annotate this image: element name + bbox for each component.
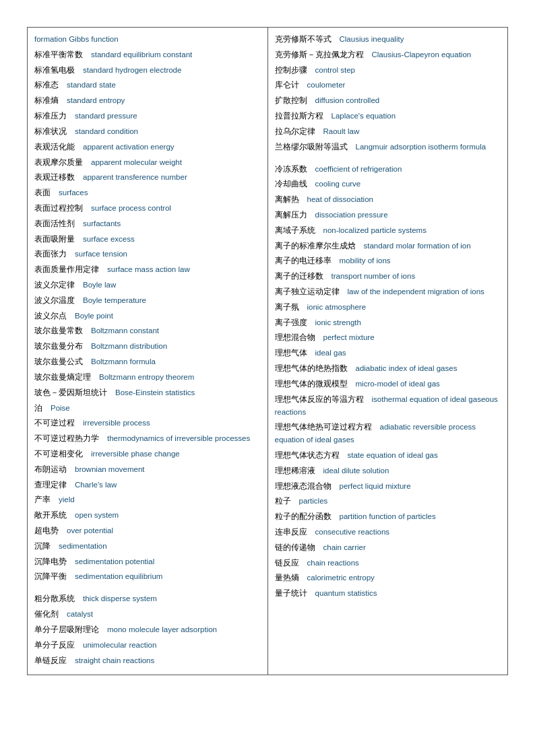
list-item: 催化剂 catalyst (34, 608, 261, 621)
list-item: 理想气体反应的等温方程 isothermal equation of ideal… (275, 393, 501, 419)
list-item: 量子统计 quantum statistics (275, 587, 501, 600)
term-english: catalyst (67, 610, 93, 618)
term-chinese: 泊 (34, 403, 51, 413)
term-english: straight chain reactions (75, 656, 154, 664)
list-item: 理想气体状态方程 state equation of ideal gas (275, 449, 501, 462)
list-item: 布朗运动 brownian movement (34, 463, 261, 476)
list-item: 表观迁移数 apparent transference number (34, 171, 261, 184)
term-chinese: 表观活化能 (34, 142, 83, 151)
list-item: 控制步骤 control step (275, 64, 501, 77)
term-chinese: 波义尔点 (34, 311, 75, 320)
term-chinese: 理想气体 (275, 348, 315, 357)
list-item: 标准氢电极 standard hydrogen electrode (34, 64, 261, 77)
term-english: Boltzmann constant (91, 327, 159, 335)
term-chinese: 链反应 (275, 558, 307, 568)
term-chinese: 标准状况 (34, 127, 75, 136)
term-chinese: 离解压力 (275, 210, 315, 219)
term-english: mobility of ions (340, 256, 391, 265)
term-english: standard molar formation of ion (364, 242, 471, 250)
term-chinese: 标准平衡常数 (34, 50, 91, 59)
term-chinese: 单分子层吸附理论 (34, 625, 107, 634)
list-item: 沉降电势 sedimentation potential (34, 555, 261, 568)
term-english: law of the independent migration of ions (348, 287, 484, 296)
term-english: Bose-Einstein statistics (115, 388, 195, 397)
list-item: 离解压力 dissociation pressure (275, 209, 501, 221)
term-chinese: 冷冻系数 (275, 164, 315, 174)
divider (34, 586, 261, 592)
term-chinese: 粒子 (275, 496, 299, 506)
term-english: standard hydrogen electrode (83, 66, 181, 74)
term-english: perfect mixture (323, 333, 375, 341)
term-english: thick disperse system (83, 594, 157, 603)
list-item: 玻尔兹曼分布 Boltzmann distribution (34, 340, 261, 353)
list-item: 沉降平衡 sedimentation equilibrium (34, 570, 261, 583)
term-english: ionic strength (315, 318, 361, 327)
term-chinese: 不可逆过程热力学 (34, 434, 107, 443)
term-english: Charle's law (75, 481, 117, 489)
term-english: sedimentation (59, 542, 107, 550)
list-item: 离子强度 ionic strength (275, 316, 501, 329)
term-chinese: 离域子系统 (275, 226, 323, 235)
term-english: Laplace's equation (332, 112, 396, 120)
term-chinese: 单链反应 (34, 656, 75, 665)
term-chinese: 理想气体的微观模型 (275, 379, 356, 388)
term-english: perfect liquid mixture (340, 482, 411, 490)
list-item: 粒子的配分函数 partition function of particles (275, 510, 501, 523)
term-english: standard entropy (67, 96, 125, 104)
term-english: ionic atmosphere (307, 303, 367, 311)
term-chinese: 离子的迁移数 (275, 271, 332, 281)
list-item: 离子独立运动定律 law of the independent migratio… (275, 285, 501, 298)
term-english: ideal dilute solution (323, 467, 389, 475)
list-item: 玻色－爱因斯坦统计 Bose-Einstein statistics (34, 386, 261, 399)
term-chinese: 玻尔兹曼熵定理 (34, 372, 99, 382)
term-chinese: 玻尔兹曼分布 (34, 341, 91, 351)
term-chinese: 标准熵 (34, 96, 67, 105)
term-english: adiabatic index of ideal gases (356, 364, 458, 372)
term-english: formation Gibbs function (34, 35, 119, 43)
list-item: 标准熵 standard entropy (34, 94, 261, 107)
term-english: open system (75, 511, 119, 519)
list-item: 标准态 standard state (34, 79, 261, 92)
term-chinese: 离子独立运动定律 (275, 287, 348, 296)
term-english: coulometer (307, 81, 346, 89)
list-item: 玻尔兹曼公式 Boltzmann formula (34, 355, 261, 368)
term-english: transport number of ions (332, 272, 416, 280)
term-english: heat of dissociation (307, 195, 373, 203)
term-english: control step (315, 66, 355, 74)
term-english: cooling curve (315, 180, 361, 188)
list-item: 离子氛 ionic atmosphere (275, 301, 501, 314)
term-chinese: 量热熵 (275, 573, 307, 582)
left-column: formation Gibbs function标准平衡常数 standard … (28, 28, 268, 675)
term-chinese: 理想稀溶液 (275, 466, 323, 475)
right-column: 克劳修斯不等式 Clausius inequality克劳修斯－克拉佩龙方程 C… (268, 28, 508, 675)
term-english: sedimentation equilibrium (75, 572, 162, 580)
term-english: non-localized particle systems (323, 226, 427, 234)
list-item: 离子的迁移数 transport number of ions (275, 270, 501, 283)
list-item: 离域子系统 non-localized particle systems (275, 224, 501, 237)
term-chinese: 离子氛 (275, 302, 307, 312)
term-english: coefficient of refrigeration (315, 165, 402, 173)
list-item: 克劳修斯不等式 Clausius inequality (275, 33, 501, 46)
term-chinese: 单分子反应 (34, 640, 83, 650)
term-english: partition function of particles (340, 512, 436, 520)
list-item: 离子的标准摩尔生成焓 standard molar formation of i… (275, 240, 501, 252)
list-item: 离子的电迁移率 mobility of ions (275, 254, 501, 267)
term-english: irreversible process (83, 419, 150, 427)
term-chinese: 玻尔兹曼常数 (34, 326, 91, 335)
term-chinese: 离子的电迁移率 (275, 256, 340, 265)
term-english: standard equilibrium constant (91, 50, 192, 59)
list-item: 兰格缪尔吸附等温式 Langmuir adsorption isotherm f… (275, 141, 501, 153)
term-english: apparent transference number (83, 173, 187, 181)
list-item: 库仑计 coulometer (275, 79, 501, 92)
term-chinese: 理想气体绝热可逆过程方程 (275, 422, 380, 432)
term-chinese: 产率 (34, 495, 59, 504)
list-item: 敞开系统 open system (34, 509, 261, 522)
list-item: 理想气体的微观模型 micro-model of ideal gas (275, 378, 501, 390)
list-item: 泊 Poise (34, 402, 261, 415)
list-item: 量热熵 calorimetric entropy (275, 572, 501, 584)
list-item: 产率 yield (34, 493, 261, 506)
term-english: ideal gas (315, 349, 346, 357)
term-chinese: 粗分散系统 (34, 594, 83, 603)
list-item: 扩散控制 diffusion controlled (275, 94, 501, 107)
term-english: Boltzmann distribution (91, 342, 167, 350)
